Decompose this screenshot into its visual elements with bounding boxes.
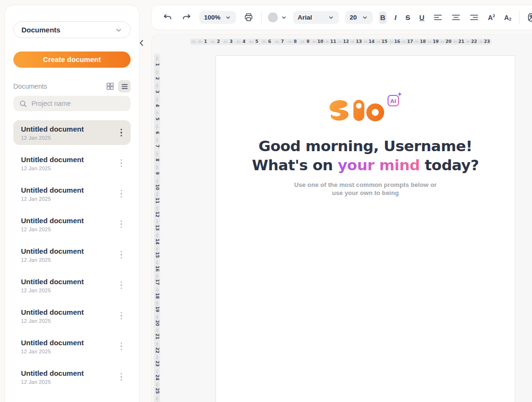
document-list-item[interactable]: Untitled document 12 Jan 2025 <box>13 334 131 359</box>
document-title: Untitled document <box>21 186 119 194</box>
sidebar-collapse-button[interactable] <box>136 38 146 48</box>
workspace-selector-label: Documents <box>21 26 61 34</box>
chevron-down-icon <box>115 26 123 34</box>
kebab-menu-icon[interactable] <box>119 188 124 200</box>
document-list-item[interactable]: Untitled document 12 Jan 2025 <box>13 120 131 145</box>
document-list-item[interactable]: Untitled document 12 Jan 2025 <box>13 364 131 389</box>
document-date: 12 Jan 2025 <box>21 257 119 263</box>
subscript-button[interactable]: A2 <box>503 11 513 24</box>
document-date: 12 Jan 2025 <box>21 349 119 354</box>
chevron-down-icon <box>328 14 334 21</box>
toolbar-divider <box>519 11 520 24</box>
zio-logo: AI <box>329 99 402 122</box>
ruler-mark: 19 <box>427 40 440 44</box>
ruler-mark: 25 <box>154 381 160 395</box>
ruler-mark: 13 <box>350 40 363 44</box>
underline-button[interactable]: U <box>418 11 426 24</box>
ruler-mark: 2 <box>155 69 158 82</box>
document-page[interactable]: AI Good morning, Username! What's on you… <box>215 55 515 402</box>
kebab-menu-icon[interactable] <box>119 310 124 322</box>
ruler-mark: 22 <box>465 40 478 44</box>
zoom-select[interactable]: 100% <box>199 11 236 24</box>
document-list-item[interactable]: Untitled document 12 Jan 2025 <box>13 242 131 267</box>
align-center-icon[interactable] <box>450 11 462 23</box>
kebab-menu-icon[interactable] <box>119 157 124 169</box>
ruler-mark: 21 <box>452 40 465 44</box>
ruler-mark: 19 <box>154 299 160 313</box>
document-date: 12 Jan 2025 <box>21 165 119 171</box>
ruler-mark: 15 <box>375 40 388 44</box>
chevron-down-icon <box>281 14 287 21</box>
bold-button[interactable]: B <box>379 11 387 24</box>
ruler-mark: 14 <box>154 232 160 246</box>
undo-icon[interactable] <box>161 11 174 24</box>
ruler-mark: 11 <box>154 191 160 205</box>
ruler-mark: 22 <box>154 340 160 354</box>
ruler-mark: 4 <box>155 96 158 110</box>
document-canvas: 1 2 3 4 5 6 <box>151 34 532 402</box>
ruler-mark: 23 <box>154 354 160 368</box>
ruler-mark: 9 <box>298 40 311 44</box>
document-list-item[interactable]: Untitled document 12 Jan 2025 <box>13 273 131 298</box>
ruler-mark: 10 <box>311 40 324 44</box>
align-left-icon[interactable] <box>432 11 444 23</box>
kebab-menu-icon[interactable] <box>119 218 124 230</box>
font-family-select[interactable]: Arial <box>293 11 339 24</box>
document-list-item[interactable]: Untitled document 12 Jan 2025 <box>13 151 131 175</box>
ruler-mark: 13 <box>154 218 160 232</box>
workspace-selector[interactable]: Documents <box>13 21 131 38</box>
ruler-mark: 7 <box>273 40 286 44</box>
ai-badge-icon: AI <box>386 92 402 107</box>
document-title: Untitled document <box>21 247 119 255</box>
font-size-select[interactable]: 20 <box>345 11 373 24</box>
document-list-item[interactable]: Untitled document 12 Jan 2025 <box>13 181 131 206</box>
ruler-mark: 26 <box>154 395 160 402</box>
document-title: Untitled document <box>21 278 119 286</box>
kebab-menu-icon[interactable] <box>119 371 124 383</box>
ruler-mark: 14 <box>362 40 375 44</box>
document-list-item[interactable]: Untitled document 12 Jan 2025 <box>13 212 131 237</box>
kebab-menu-icon[interactable] <box>119 279 124 291</box>
ruler-mark: 5 <box>247 40 260 44</box>
superscript-button[interactable]: A2 <box>486 11 496 24</box>
italic-button[interactable]: I <box>393 11 398 24</box>
document-date: 12 Jan 2025 <box>21 135 119 141</box>
kebab-menu-icon[interactable] <box>119 127 124 139</box>
strikethrough-button[interactable]: S <box>404 11 412 24</box>
ruler-mark: 23 <box>478 40 491 44</box>
chevron-down-icon <box>225 14 231 21</box>
greeting-line2: What's on your mind today? <box>216 155 515 175</box>
svg-text:AI: AI <box>390 98 396 104</box>
ruler-mark: 18 <box>154 286 160 300</box>
search-icon <box>19 100 27 108</box>
greeting-highlight: your mind <box>338 156 419 174</box>
print-icon[interactable] <box>242 11 255 24</box>
create-document-button[interactable]: Create document <box>13 52 131 68</box>
vertical-ruler: 1 2 3 4 5 6 <box>154 54 160 402</box>
insert-image-icon[interactable] <box>526 11 532 24</box>
search-field[interactable] <box>13 96 131 111</box>
document-date: 12 Jan 2025 <box>21 379 119 385</box>
align-right-icon[interactable] <box>468 11 480 23</box>
redo-icon[interactable] <box>180 11 193 24</box>
document-list: Untitled document 12 Jan 2025 Untitled d… <box>13 120 131 389</box>
grid-view-icon[interactable] <box>104 80 116 93</box>
document-title: Untitled document <box>21 216 119 225</box>
sidebar: Documents Create document Documents Unti… <box>4 5 140 402</box>
search-input[interactable] <box>31 100 125 107</box>
ruler-mark: 3 <box>155 82 158 96</box>
list-view-icon[interactable] <box>118 80 131 93</box>
zoom-value: 100% <box>204 14 221 21</box>
ruler-mark: 2 <box>209 40 222 44</box>
ruler-mark: 12 <box>337 40 350 44</box>
ruler-mark: 16 <box>388 40 401 44</box>
document-list-item[interactable]: Untitled document 12 Jan 2025 <box>13 303 131 328</box>
ruler-mark: 11 <box>324 40 337 44</box>
kebab-menu-icon[interactable] <box>119 249 124 261</box>
color-swatch <box>268 12 278 22</box>
zio-logo-mark <box>329 99 385 122</box>
text-color-picker[interactable] <box>268 12 287 22</box>
ruler-mark: 6 <box>260 40 273 44</box>
chevron-left-icon <box>138 39 144 47</box>
kebab-menu-icon[interactable] <box>119 340 124 352</box>
